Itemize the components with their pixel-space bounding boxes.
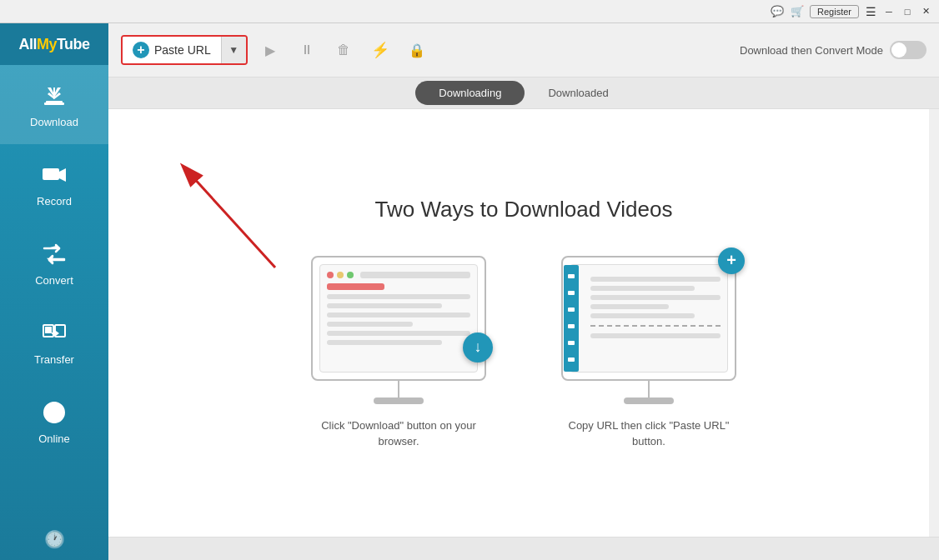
way2-fake-6 <box>590 333 721 338</box>
download-nav-icon <box>39 81 69 111</box>
app-container: 💬 🛒 Register ☰ ─ □ ✕ AllMyTube Download <box>0 0 939 560</box>
sidebar-label-transfer: Transfer <box>34 353 74 366</box>
content-area: + Paste URL ▼ ▶ ⏸ 🗑 ⚡ 🔒 Download then Co… <box>108 23 939 560</box>
sidebar-label-convert: Convert <box>35 274 73 287</box>
tab-downloaded[interactable]: Downloaded <box>525 81 631 105</box>
register-button[interactable]: Register <box>810 5 859 18</box>
way2-fake-1 <box>590 277 721 282</box>
main-title: Two Ways to Download Videos <box>375 197 673 222</box>
film-hole-3 <box>568 308 575 312</box>
way2-item: + Copy URL then click "Paste URL" button… <box>557 256 741 450</box>
paste-url-label: Paste URL <box>154 43 211 57</box>
title-bar-icons: 💬 🛒 Register ☰ ─ □ ✕ <box>770 4 932 19</box>
sidebar-item-record[interactable]: Record <box>0 144 108 223</box>
fake-content-5 <box>327 322 413 327</box>
toolbar-right: Download then Convert Mode <box>740 41 926 59</box>
film-hole-1 <box>568 274 575 278</box>
way2-monitor-wrapper: + <box>561 256 736 404</box>
fake-content-4 <box>327 312 470 318</box>
fake-content-1 <box>327 283 384 290</box>
record-nav-icon <box>39 160 69 190</box>
way2-fake-4 <box>590 304 669 309</box>
clock-icon[interactable]: 🕐 <box>44 529 65 549</box>
svg-rect-9 <box>45 327 52 333</box>
fake-content-3 <box>327 303 442 308</box>
tabs-bar: Downloading Downloaded <box>108 78 939 109</box>
pause-button[interactable]: ⏸ <box>293 36 321 64</box>
transfer-nav-icon <box>39 318 69 348</box>
toggle-label: Download then Convert Mode <box>740 44 883 57</box>
maximize-button[interactable]: □ <box>901 5 914 18</box>
ways-container: ↓ Click "Download" button on your browse… <box>307 256 741 450</box>
film-hole-6 <box>568 358 575 362</box>
bottom-bar <box>108 537 939 560</box>
paste-url-dropdown-icon[interactable]: ▼ <box>221 37 246 63</box>
way1-monitor-stand <box>398 381 399 398</box>
logo-my: My <box>37 36 57 53</box>
way2-fake-5 <box>590 313 695 318</box>
convert-mode-toggle[interactable] <box>890 41 926 59</box>
film-strip <box>564 265 579 372</box>
film-hole-4 <box>568 324 575 328</box>
delete-button[interactable]: 🗑 <box>329 36 358 64</box>
tab-downloading[interactable]: Downloading <box>415 81 525 105</box>
fake-content-7 <box>327 340 442 345</box>
way2-screen <box>570 264 728 372</box>
way1-download-badge: ↓ <box>463 332 493 362</box>
title-bar: 💬 🛒 Register ☰ ─ □ ✕ <box>0 0 939 23</box>
fake-content-2 <box>327 294 470 299</box>
hamburger-icon[interactable]: ☰ <box>864 5 877 18</box>
sidebar-item-download[interactable]: Download <box>0 65 108 144</box>
main-layout: AllMyTube Download Record <box>0 23 939 560</box>
speed-button[interactable]: ⚡ <box>366 36 394 64</box>
way1-monitor: ↓ <box>311 256 486 381</box>
toolbar: + Paste URL ▼ ▶ ⏸ 🗑 ⚡ 🔒 Download then Co… <box>108 23 939 78</box>
way2-monitor-stand <box>648 381 650 398</box>
way2-description: Copy URL then click "Paste URL" button. <box>557 418 741 450</box>
sidebar-label-download: Download <box>30 116 78 128</box>
sidebar: AllMyTube Download Record <box>0 23 108 560</box>
main-content: Two Ways to Download Videos <box>108 109 939 537</box>
svg-rect-5 <box>43 168 59 180</box>
way1-item: ↓ Click "Download" button on your browse… <box>307 256 490 450</box>
film-hole-5 <box>568 341 575 345</box>
minimize-button[interactable]: ─ <box>882 5 896 18</box>
convert-nav-icon <box>39 239 69 269</box>
paste-url-button[interactable]: + Paste URL ▼ <box>121 35 248 65</box>
lock-button[interactable]: 🔒 <box>403 36 431 64</box>
svg-rect-4 <box>46 101 63 103</box>
wechat-icon: 💬 <box>770 4 785 19</box>
sidebar-item-transfer[interactable]: Transfer <box>0 302 108 382</box>
svg-marker-6 <box>59 168 66 182</box>
way2-monitor-base <box>624 398 674 404</box>
sidebar-item-convert[interactable]: Convert <box>0 223 108 302</box>
app-logo: AllMyTube <box>0 23 108 65</box>
sidebar-label-record: Record <box>37 195 72 208</box>
way1-monitor-base <box>374 398 424 404</box>
way2-monitor: + <box>561 256 736 381</box>
way1-screen <box>319 264 478 372</box>
svg-line-19 <box>192 176 275 268</box>
paste-url-plus-icon: + <box>133 42 149 58</box>
sidebar-bottom: 🕐 <box>0 518 108 560</box>
way2-fake-2 <box>590 286 695 291</box>
film-hole-2 <box>568 291 575 295</box>
play-button[interactable]: ▶ <box>256 36 284 64</box>
svg-marker-12 <box>56 331 59 336</box>
cart-icon: 🛒 <box>790 4 805 19</box>
way2-plus-badge: + <box>718 248 745 274</box>
online-nav-icon <box>39 398 69 428</box>
dotted-line <box>590 325 721 327</box>
scroll-hint <box>929 109 939 537</box>
sidebar-label-online: Online <box>38 432 70 445</box>
way2-fake-3 <box>590 295 721 300</box>
logo-all: All <box>18 36 37 53</box>
logo-tube: Tube <box>57 36 90 53</box>
paste-url-main: + Paste URL <box>123 37 221 63</box>
way1-description: Click "Download" button on your browser. <box>307 418 490 450</box>
close-button[interactable]: ✕ <box>919 5 932 18</box>
way1-monitor-wrapper: ↓ <box>311 256 486 404</box>
sidebar-item-online[interactable]: Online <box>0 382 108 461</box>
fake-content-6 <box>327 331 470 336</box>
